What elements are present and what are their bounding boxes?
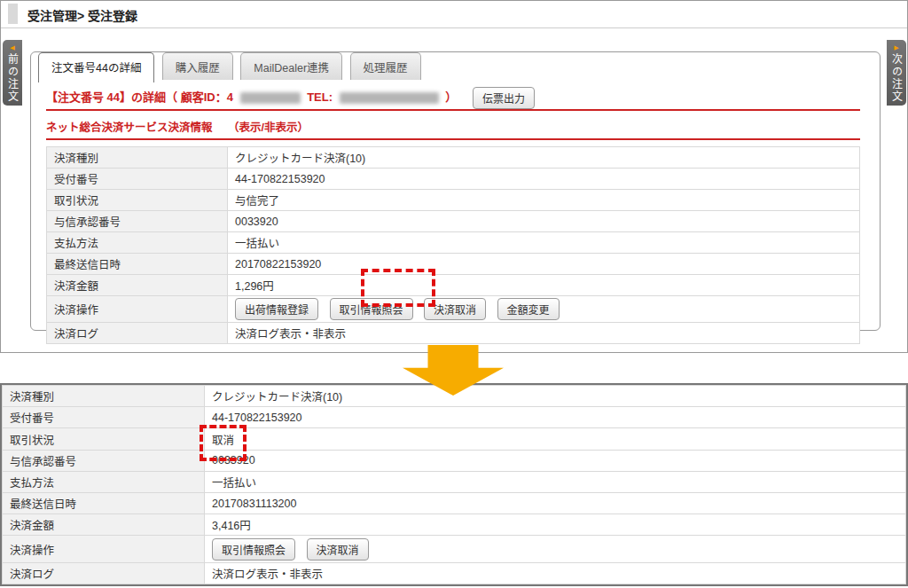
row-value: 一括払い	[228, 232, 860, 254]
row-value-cancelled: 取消	[205, 428, 906, 450]
redacted-customer-id	[240, 92, 301, 104]
page-title: 受注管理> 受注登録	[27, 6, 137, 24]
payment-section-title-text: ネット総合決済サービス決済情報	[46, 122, 213, 134]
row-value: 44-170822153920	[205, 407, 906, 428]
row-value: 0033920	[228, 211, 860, 232]
table-row: 支払方法 一括払い	[3, 471, 906, 492]
redacted-tel	[340, 92, 439, 104]
row-label: 受付番号	[3, 407, 205, 428]
row-operations: 出荷情報登録 取引情報照会 決済取消 金額変更	[228, 296, 860, 323]
screenshot-stage: 受注管理> 受注登録 ◀ 前の注文 ▶ 次の注文 注文番号44の詳細 購入履歴 …	[0, 0, 908, 588]
table-row: 受付番号 44-170822153920	[3, 407, 906, 428]
tab-maildealer[interactable]: MailDealer連携	[240, 52, 342, 80]
table-row: 支払方法 一括払い	[47, 232, 860, 254]
row-label: 取引状況	[47, 190, 228, 211]
divider-red-bottom	[46, 138, 860, 140]
row-operations: 取引情報照会 決済取消	[205, 536, 906, 562]
order-detail-panel: 注文番号44の詳細 購入履歴 MailDealer連携 処理履歴 【注文番号 4…	[30, 51, 881, 331]
tab-bar: 注文番号44の詳細 購入履歴 MailDealer連携 処理履歴	[38, 52, 425, 80]
table-row-operations: 決済操作 出荷情報登録 取引情報照会 決済取消 金額変更	[47, 296, 860, 323]
transaction-info-inquiry-button[interactable]: 取引情報照会	[212, 538, 295, 561]
row-label: 最終送信日時	[47, 254, 228, 275]
table-row: 受付番号 44-170822153920	[47, 169, 860, 190]
row-label: 最終送信日時	[3, 493, 205, 514]
order-header-text: 【注文番号 44】の詳細（ 顧客ID：4	[46, 90, 233, 104]
table-row: 取引状況 与信完了	[47, 190, 860, 211]
row-value: 与信完了	[228, 190, 860, 211]
next-order-label: 次の注文	[889, 53, 904, 103]
row-value: 44-170822153920	[228, 169, 860, 190]
table-row-operations: 決済操作 取引情報照会 決済取消	[3, 536, 906, 562]
table-row: 与信承認番号 0033920	[3, 450, 906, 471]
row-value: 3,416円	[205, 514, 906, 536]
row-label: 決済ログ	[3, 562, 205, 584]
row-value: クレジットカード決済(10)	[205, 386, 906, 407]
prev-order-label: 前の注文	[5, 53, 20, 103]
tab-process-history[interactable]: 処理履歴	[350, 52, 421, 80]
row-label: 取引状況	[3, 428, 205, 450]
tab-order-detail[interactable]: 注文番号44の詳細	[38, 52, 154, 82]
row-label: 与信承認番号	[3, 450, 205, 471]
payment-table-window-after: 決済種別 クレジットカード決済(10) 受付番号 44-170822153920…	[0, 383, 908, 586]
tel-label: TEL:	[307, 90, 333, 104]
highlight-box-cancelled-status	[200, 425, 247, 461]
row-label: 決済金額	[47, 275, 228, 296]
slip-output-button[interactable]: 伝票出力	[473, 87, 535, 109]
row-label: 支払方法	[47, 232, 228, 254]
title-marker	[8, 4, 18, 24]
highlight-box-cancel-button	[361, 269, 435, 307]
next-order-button[interactable]: ▶ 次の注文	[887, 40, 906, 106]
table-row: 決済種別 クレジットカード決済(10)	[47, 147, 860, 169]
row-label: 決済操作	[3, 536, 205, 562]
table-row: 決済金額 1,296円	[47, 275, 860, 296]
next-arrow-icon: ▶	[894, 44, 898, 51]
payment-table-after: 決済種別 クレジットカード決済(10) 受付番号 44-170822153920…	[2, 385, 906, 584]
payment-table-before: 決済種別 クレジットカード決済(10) 受付番号 44-170822153920…	[46, 146, 860, 344]
table-row: 決済金額 3,416円	[3, 514, 906, 536]
row-label: 決済ログ	[47, 323, 228, 344]
row-label: 決済種別	[47, 147, 228, 169]
row-label: 決済金額	[3, 514, 205, 536]
payment-section-title: ネット総合決済サービス決済情報 （表示/非表示）	[46, 118, 309, 135]
row-value: 1,296円	[228, 275, 860, 296]
close-paren: ）	[445, 90, 457, 104]
row-value: 20170822153920	[228, 254, 860, 275]
table-row: 最終送信日時 20170831113200	[3, 493, 906, 514]
prev-arrow-icon: ◀	[10, 44, 14, 51]
row-label: 決済操作	[47, 296, 228, 323]
table-row: 最終送信日時 20170822153920	[47, 254, 860, 275]
row-label: 受付番号	[47, 169, 228, 190]
payment-log-toggle[interactable]: 決済ログ表示・非表示	[212, 568, 323, 581]
table-row: 決済ログ 決済ログ表示・非表示	[3, 562, 906, 584]
show-hide-toggle[interactable]: （表示/非表示）	[228, 122, 309, 134]
prev-order-button[interactable]: ◀ 前の注文	[3, 40, 22, 106]
row-value: 決済ログ表示・非表示	[228, 323, 860, 344]
divider-red-top	[46, 109, 860, 111]
row-value: 0033920	[205, 450, 906, 471]
row-value: 決済ログ表示・非表示	[205, 562, 906, 584]
amount-change-button[interactable]: 金額変更	[497, 298, 560, 320]
breadcrumb-bar: 受注管理> 受注登録	[1, 1, 907, 28]
tab-purchase-history[interactable]: 購入履歴	[162, 52, 233, 80]
table-row: 与信承認番号 0033920	[47, 211, 860, 232]
order-number-header: 【注文番号 44】の詳細（ 顧客ID：4 TEL: ） 伝票出力	[46, 87, 535, 109]
row-label: 支払方法	[3, 471, 205, 492]
payment-cancel-button[interactable]: 決済取消	[307, 538, 369, 561]
row-value: 20170831113200	[205, 493, 906, 514]
payment-log-toggle[interactable]: 決済ログ表示・非表示	[235, 328, 346, 341]
order-detail-window-before: 受注管理> 受注登録 ◀ 前の注文 ▶ 次の注文 注文番号44の詳細 購入履歴 …	[0, 0, 908, 353]
table-row: 取引状況 取消	[3, 428, 906, 450]
row-label: 与信承認番号	[47, 211, 228, 232]
table-row: 決済ログ 決済ログ表示・非表示	[47, 323, 860, 344]
row-value: クレジットカード決済(10)	[228, 147, 860, 169]
shipping-info-register-button[interactable]: 出荷情報登録	[235, 298, 318, 320]
row-label: 決済種別	[3, 386, 205, 407]
row-value: 一括払い	[205, 471, 906, 492]
